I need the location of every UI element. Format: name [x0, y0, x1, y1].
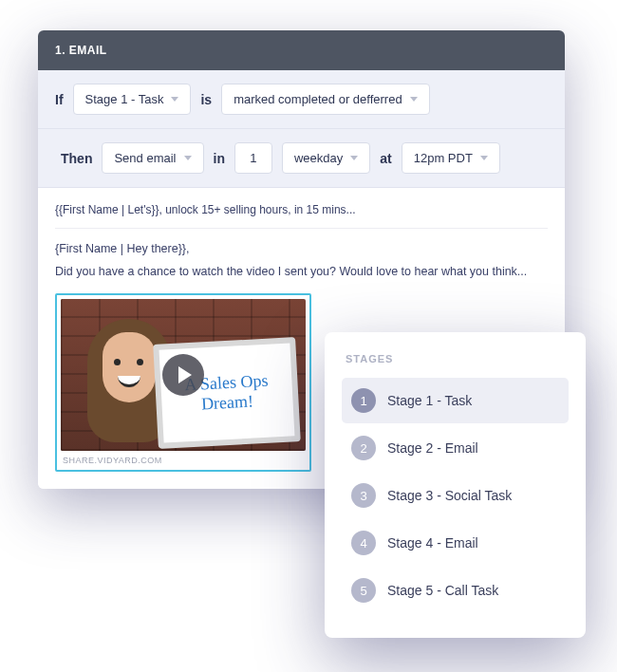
stage-label: Stage 1 - Task: [387, 393, 472, 408]
video-thumbnail: A Sales Ops Dream!: [61, 299, 306, 451]
stage-item[interactable]: 2Stage 2 - Email: [342, 425, 569, 471]
if-row: If Stage 1 - Task is marked completed or…: [38, 70, 565, 129]
card-header: 1. EMAIL: [38, 30, 565, 70]
then-row: Then Send email in 1 weekday at 12pm PDT: [38, 129, 565, 188]
at-label: at: [380, 151, 391, 166]
stages-panel: STAGES 1Stage 1 - Task2Stage 2 - Email3S…: [325, 332, 586, 638]
chevron-down-icon: [184, 156, 192, 160]
stage-number-badge: 2: [351, 436, 376, 460]
delay-unit-value: weekday: [294, 151, 343, 165]
time-value: 12pm PDT: [414, 151, 473, 165]
stage-item[interactable]: 1Stage 1 - Task: [342, 378, 569, 423]
condition-state-dropdown[interactable]: marked completed or defferred: [221, 84, 430, 115]
stage-number-badge: 3: [351, 483, 376, 508]
action-dropdown[interactable]: Send email: [102, 142, 203, 174]
email-subject[interactable]: {{First Name | Let's}}, unlock 15+ selli…: [55, 199, 548, 229]
video-source-caption: SHARE.VIDYARD.COM: [61, 451, 306, 466]
stage-number-badge: 1: [351, 388, 376, 413]
time-dropdown[interactable]: 12pm PDT: [402, 142, 500, 174]
stage-label: Stage 4 - Email: [387, 535, 478, 551]
if-label: If: [55, 92, 64, 107]
condition-field-dropdown[interactable]: Stage 1 - Task: [73, 84, 192, 115]
stage-number-badge: 5: [351, 578, 376, 603]
delay-unit-dropdown[interactable]: weekday: [282, 142, 370, 174]
stage-item[interactable]: 5Stage 5 - Call Task: [342, 568, 569, 613]
video-embed[interactable]: A Sales Ops Dream! SHARE.VIDYARD.COM: [55, 293, 311, 472]
stage-label: Stage 3 - Social Task: [387, 488, 512, 503]
then-label: Then: [61, 151, 92, 166]
action-value: Send email: [114, 151, 176, 165]
stages-list: 1Stage 1 - Task2Stage 2 - Email3Stage 3 …: [342, 378, 569, 613]
play-icon: [178, 366, 192, 383]
chevron-down-icon: [410, 97, 418, 102]
condition-state-value: marked completed or defferred: [234, 92, 402, 106]
email-message[interactable]: Did you have a chance to watch the video…: [55, 265, 548, 278]
stage-item[interactable]: 3Stage 3 - Social Task: [342, 473, 569, 518]
stage-item[interactable]: 4Stage 4 - Email: [342, 520, 569, 566]
stage-label: Stage 2 - Email: [387, 440, 478, 456]
email-greeting[interactable]: {First Name | Hey there}},: [55, 242, 548, 255]
play-button[interactable]: [162, 354, 204, 396]
chevron-down-icon: [350, 156, 358, 160]
stage-number-badge: 4: [351, 531, 376, 555]
chevron-down-icon: [480, 156, 488, 160]
stage-label: Stage 5 - Call Task: [387, 583, 498, 598]
delay-value-input[interactable]: 1: [234, 142, 272, 174]
condition-field-value: Stage 1 - Task: [85, 92, 164, 106]
card-title: 1. EMAIL: [55, 44, 107, 57]
chevron-down-icon: [171, 97, 178, 102]
in-label: in: [214, 151, 225, 166]
delay-value: 1: [250, 151, 256, 165]
is-label: is: [200, 92, 212, 107]
stages-title: STAGES: [342, 353, 569, 364]
